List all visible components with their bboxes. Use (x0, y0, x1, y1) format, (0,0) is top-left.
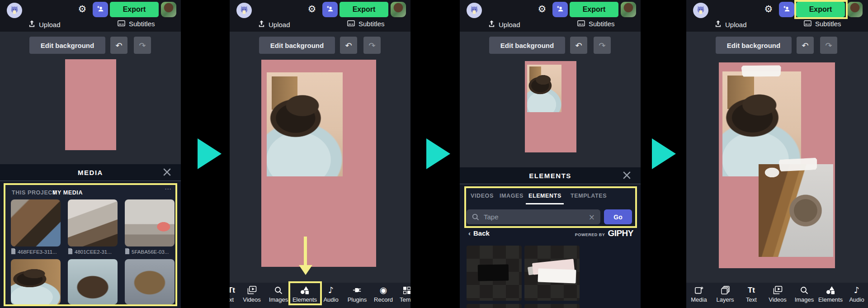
tab-images[interactable]: IMAGES (500, 193, 524, 199)
search-highlight-box: VIDEOS IMAGES ELEMENTS TEMPLATES Tape × … (464, 186, 637, 228)
upload-label: Upload (725, 21, 747, 28)
settings-gear-icon[interactable]: ⚙ (77, 4, 88, 14)
back-label: Back (473, 229, 490, 237)
toolbar-item-record[interactable]: ◉ Record (371, 285, 396, 303)
subtitles-button[interactable]: Subtitles (118, 20, 155, 28)
invite-collaborator-button[interactable] (322, 2, 338, 17)
media-thumbnail[interactable] (125, 259, 175, 304)
giphy-result-washi-tape[interactable] (524, 246, 580, 301)
profile-avatar[interactable] (847, 2, 863, 17)
workspace-avatar[interactable] (693, 3, 708, 18)
export-button[interactable]: Export (340, 2, 388, 17)
subtitles-button[interactable]: Subtitles (347, 20, 385, 28)
workspace-avatar[interactable] (467, 3, 482, 18)
canvas-photo-cat-desk[interactable] (759, 164, 833, 257)
profile-avatar[interactable] (161, 2, 176, 17)
toolbar-item-images[interactable]: Images (266, 285, 291, 303)
giphy-result-partial[interactable] (467, 304, 522, 308)
settings-gear-icon[interactable]: ⚙ (307, 4, 317, 14)
export-button[interactable]: Export (570, 2, 618, 17)
step-3-panel: ⚙ Export Upload Subtitles Edit backgroun… (460, 0, 641, 308)
editor-canvas[interactable] (261, 60, 376, 267)
toolbar-item-images[interactable]: Images (792, 285, 817, 303)
cat-logo-icon (239, 5, 249, 16)
invite-collaborator-button[interactable] (93, 2, 108, 17)
plug-icon (353, 285, 362, 295)
export-button[interactable]: Export (796, 2, 845, 17)
toolbar-item-layers[interactable]: Layers (712, 285, 738, 303)
record-icon: ◉ (380, 285, 387, 295)
redo-button[interactable]: ↷ (363, 37, 381, 54)
workspace-avatar[interactable] (236, 3, 252, 18)
toolbar-item-text[interactable]: Tt Text (739, 285, 764, 303)
media-thumbnail[interactable] (11, 259, 61, 304)
media-thumbnail[interactable] (68, 259, 118, 304)
undo-button[interactable]: ↶ (570, 37, 587, 54)
canvas-photo-cat-blanket[interactable] (527, 65, 561, 112)
invite-collaborator-button[interactable] (779, 2, 794, 17)
profile-avatar[interactable] (621, 2, 636, 17)
bottom-toolbar: Tt xt Videos Images Elements ♪ Audio P (230, 283, 410, 308)
edit-background-button[interactable]: Edit background (716, 37, 792, 54)
undo-button[interactable]: ↶ (797, 37, 814, 54)
redo-button[interactable]: ↷ (134, 37, 151, 54)
subtitles-button[interactable]: Subtitles (804, 20, 841, 28)
toolbar-item-media[interactable]: Media (686, 285, 712, 303)
undo-button[interactable]: ↶ (110, 37, 127, 54)
close-icon[interactable] (623, 171, 631, 180)
subtitles-button[interactable]: Subtitles (577, 20, 615, 28)
toolbar-item-templates[interactable]: Temp (394, 285, 410, 303)
media-thumbnail[interactable] (68, 199, 118, 246)
giphy-result-black-tape[interactable] (467, 246, 522, 301)
toolbar-item-videos[interactable]: Videos (239, 285, 264, 303)
undo-button[interactable]: ↶ (340, 37, 357, 54)
invite-collaborator-button[interactable] (552, 2, 568, 17)
elements-search-input[interactable]: Tape × (467, 209, 600, 224)
media-thumbnail[interactable] (11, 199, 61, 246)
edit-background-button[interactable]: Edit background (259, 37, 335, 54)
toolbar-item-elements[interactable]: Elements (292, 285, 317, 303)
upload-icon (258, 20, 265, 29)
redo-button[interactable]: ↷ (594, 37, 611, 54)
upload-button[interactable]: Upload (715, 20, 747, 29)
toolbar-item-audio[interactable]: ♪ Audio (318, 285, 344, 303)
tab-elements[interactable]: ELEMENTS (528, 193, 561, 199)
workspace-avatar[interactable] (7, 3, 22, 18)
person-add-icon (783, 5, 791, 14)
canvas-photo-cat-blanket[interactable] (267, 72, 343, 176)
tab-videos[interactable]: VIDEOS (471, 193, 494, 199)
back-button[interactable]: ‹ Back (468, 229, 490, 237)
tab-templates[interactable]: TEMPLATES (571, 193, 607, 199)
tab-this-project[interactable]: THIS PROJECT (12, 190, 56, 196)
media-file-name: 5FABA56E-03... (125, 248, 177, 255)
toolbar-item-videos[interactable]: Videos (765, 285, 790, 303)
elements-panel-title: ELEMENTS (529, 172, 571, 180)
upload-button[interactable]: Upload (258, 20, 290, 29)
search-go-button[interactable]: Go (604, 209, 632, 224)
step-1-panel: ⚙ Export Upload Subtitles Edit backgroun… (0, 0, 181, 308)
chevron-left-icon: ‹ (468, 229, 471, 237)
toolbar-item-plugins[interactable]: Plugins (344, 285, 371, 303)
tutorial-arrow-shaft (304, 237, 307, 265)
giphy-result-partial[interactable] (524, 304, 580, 308)
edit-background-button[interactable]: Edit background (29, 37, 105, 54)
close-icon[interactable] (163, 168, 171, 177)
overflow-dots-icon[interactable]: ⋯ (165, 185, 172, 193)
toolbar-item-elements[interactable]: Elements (818, 285, 843, 303)
giphy-logo: GIPHY (608, 228, 633, 238)
export-button[interactable]: Export (110, 2, 159, 17)
edit-background-button[interactable]: Edit background (489, 37, 565, 54)
media-thumbnail[interactable] (125, 199, 175, 246)
clear-search-icon[interactable]: × (589, 213, 595, 222)
profile-avatar[interactable] (391, 2, 406, 17)
tape-sticker[interactable] (741, 65, 782, 77)
settings-gear-icon[interactable]: ⚙ (763, 4, 774, 14)
toolbar-item-audio[interactable]: ♪ Audio (844, 285, 868, 303)
tab-my-media[interactable]: MY MEDIA (52, 190, 83, 196)
editor-canvas[interactable] (525, 61, 576, 152)
redo-button[interactable]: ↷ (820, 37, 837, 54)
upload-button[interactable]: Upload (488, 20, 520, 29)
editor-canvas[interactable] (65, 59, 116, 150)
upload-button[interactable]: Upload (28, 20, 61, 29)
settings-gear-icon[interactable]: ⚙ (537, 4, 547, 14)
